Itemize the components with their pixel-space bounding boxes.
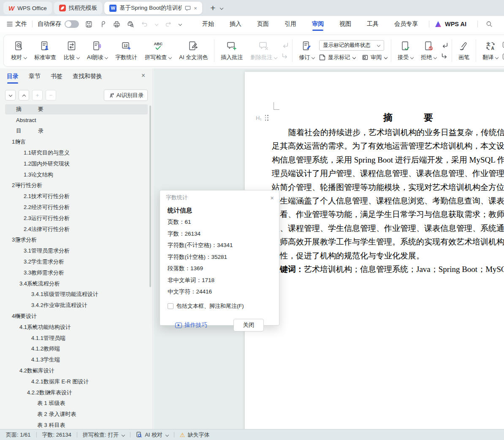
insert-comment-button[interactable]: 插入批注 xyxy=(218,39,246,63)
show-markup-button[interactable]: 显示标记 xyxy=(319,54,356,61)
new-tab-icon[interactable]: + xyxy=(210,4,215,12)
toc-item[interactable]: 4.2.1数据库 E-R 图设计 xyxy=(0,376,153,387)
toc-item[interactable]: 3.1管理员需求分析 xyxy=(0,245,153,256)
toc-item[interactable]: 4概要设计 xyxy=(0,311,153,322)
file-menu[interactable]: 文件 xyxy=(7,20,27,28)
tab-list-chevron-icon[interactable] xyxy=(219,6,223,10)
toc-item[interactable]: 4.1系统功能结构设计 xyxy=(0,322,153,333)
export-pdf-icon[interactable] xyxy=(99,20,107,28)
close-dialog-button[interactable]: 关闭 xyxy=(233,319,264,331)
toc-item[interactable]: 3.4.1班级管理功能流程设计 xyxy=(0,289,153,300)
close-sidebar-icon[interactable]: × xyxy=(141,72,145,79)
tab-docer-templates[interactable]: 找稻壳模板 xyxy=(54,2,103,14)
proofread-button[interactable]: 校对 xyxy=(8,39,30,63)
previous-change-icon[interactable] xyxy=(441,42,448,49)
tips-link[interactable]: 操作技巧 xyxy=(175,321,207,329)
sidebar-tab-chapters[interactable]: 章节 xyxy=(29,73,41,83)
collapse-heading-button[interactable] xyxy=(5,90,16,100)
toc-item[interactable]: 4.1.2教师端 xyxy=(0,344,153,355)
menu-tab[interactable]: 工具 xyxy=(366,16,379,32)
toc-item[interactable]: 4.1.3学生端 xyxy=(0,354,153,365)
toc-item[interactable]: 1.1研究目的与意义 xyxy=(0,147,153,158)
toc-item[interactable]: 1.3论文结构 xyxy=(0,169,153,180)
reject-changes-button[interactable]: 拒绝 xyxy=(418,39,439,63)
heading-level-marker[interactable]: H₁ xyxy=(256,115,269,121)
sidebar-tab-bookmarks[interactable]: 书签 xyxy=(51,73,62,83)
save-icon[interactable] xyxy=(85,20,93,28)
toc-item[interactable]: 4.1.1管理员端 xyxy=(0,333,153,344)
autosave-toggle[interactable] xyxy=(65,20,79,28)
toc-item[interactable]: 2.2经济可行性分析 xyxy=(0,202,153,213)
wps-ai-button[interactable]: WPS AI xyxy=(434,21,466,27)
toc-item[interactable]: 4.2.2数据库表设计 xyxy=(0,387,153,398)
toc-item[interactable]: 表 3 科目表 xyxy=(0,420,153,429)
sidebar-tab-contents[interactable]: 目录 xyxy=(7,73,19,83)
spell-check-status[interactable]: 拼写检查: 打开 xyxy=(83,431,125,439)
checkbox-icon[interactable] xyxy=(168,303,173,309)
comment-bubble-icon[interactable] xyxy=(185,5,191,11)
ai-recognize-toc-button[interactable]: AI识别目录 xyxy=(104,90,148,101)
quick-access-chevron-icon[interactable] xyxy=(178,22,182,26)
expand-heading-button[interactable] xyxy=(19,90,29,100)
toc-item[interactable]: 1前言 xyxy=(0,136,153,147)
menu-tab[interactable]: 会员专享 xyxy=(393,16,419,32)
drag-handle-icon[interactable] xyxy=(265,115,269,121)
search-icon[interactable] xyxy=(485,20,493,28)
close-dialog-icon[interactable]: × xyxy=(270,194,274,201)
markup-state-dropdown[interactable]: 显示标记的最终状态 xyxy=(319,40,384,51)
translate-button[interactable]: 文A 翻译 xyxy=(480,39,501,63)
toc-item[interactable]: 1.2国内外研究现状 xyxy=(0,158,153,169)
page-indicator[interactable]: 页面: 1/61 xyxy=(6,431,31,439)
dialog-header[interactable]: 字数统计 × xyxy=(160,190,279,205)
toc-item[interactable]: 表 1 班级表 xyxy=(0,398,153,409)
tab-document-active[interactable]: W 基于Spring Boot的培训机构 × xyxy=(104,2,202,14)
toc-item[interactable]: 目 录 xyxy=(0,126,153,137)
toc-item[interactable]: Abstract xyxy=(0,115,153,126)
chevron-down-icon xyxy=(104,56,108,59)
toc-item[interactable]: 2.4法律可行性分析 xyxy=(0,224,153,235)
ai-polish-button[interactable]: AI 全文润色 xyxy=(176,39,211,63)
compare-button[interactable]: 比较 xyxy=(61,39,82,63)
menu-tab[interactable]: 开始 xyxy=(201,16,215,32)
close-tab-icon[interactable]: × xyxy=(194,5,197,11)
next-change-icon[interactable] xyxy=(441,52,448,60)
menu-tab[interactable]: 插入 xyxy=(229,16,242,32)
toc-item[interactable]: 表 2 录入课时表 xyxy=(0,409,153,420)
missing-font-warning[interactable]: ⚠ 缺失字体 xyxy=(180,431,210,439)
print-icon[interactable] xyxy=(113,20,121,28)
document-title[interactable]: 摘 要 xyxy=(272,111,504,124)
svg-text:文: 文 xyxy=(486,42,490,46)
toc-item[interactable]: 3.3教师需求分析 xyxy=(0,267,153,278)
toc-item[interactable]: 3需求分析 xyxy=(0,235,153,246)
menu-tab[interactable]: 审阅 xyxy=(311,16,325,32)
toc-item[interactable]: 2.3运行可行性分析 xyxy=(0,213,153,224)
standard-review-button[interactable]: 标准审查 xyxy=(31,39,59,63)
ai-read-aloud-button[interactable]: AI朗读 xyxy=(84,39,111,63)
menu-tab[interactable]: 页面 xyxy=(256,16,270,32)
include-footnotes-option[interactable]: 包括文本框、脚注和尾注(F) xyxy=(168,302,271,310)
sidebar-scrollbar[interactable] xyxy=(149,106,151,287)
accept-changes-button[interactable]: 接受 xyxy=(395,39,416,63)
print-preview-icon[interactable] xyxy=(127,20,135,28)
toc-item[interactable]: 2可行性分析 xyxy=(0,180,153,191)
menu-tab[interactable]: 视图 xyxy=(339,16,352,32)
tab-wps-office[interactable]: W WPS Office xyxy=(3,2,52,14)
word-count-button[interactable]: 12 字数统计 xyxy=(112,39,140,63)
word-count-indicator[interactable]: 字数: 26134 xyxy=(42,431,71,439)
divider xyxy=(174,432,174,437)
toc-item[interactable]: 3.2学生需求分析 xyxy=(0,256,153,267)
document-page[interactable]: H₁ 摘 要 随着社会的持续进步，艺术培训机构的业务日益复杂，传统信息管理方式难… xyxy=(245,72,504,429)
document-body[interactable]: 随着社会的持续进步，艺术培训机构的业务日益复杂，传统信息管理方式难以满足其高效运… xyxy=(272,126,504,276)
ink-brush-button[interactable]: 画笔 xyxy=(455,39,472,63)
toc-item[interactable]: 3.4系统流程分析 xyxy=(0,278,153,289)
track-changes-button[interactable]: 修订 xyxy=(296,39,317,63)
review-pane-button[interactable]: 审阅 xyxy=(362,54,387,61)
toc-item[interactable]: 摘 要 xyxy=(0,104,153,115)
spell-check-button[interactable]: ABC 拼写检查 xyxy=(142,39,174,63)
toc-item[interactable]: 3.4.2作业审批流程设计 xyxy=(0,300,153,311)
menu-tab[interactable]: 引用 xyxy=(284,16,297,32)
toc-item[interactable]: 4.2数据库设计 xyxy=(0,365,153,376)
sidebar-tab-find-replace[interactable]: 查找和替换 xyxy=(73,73,102,83)
toc-item[interactable]: 2.1技术可行性分析 xyxy=(0,191,153,202)
ai-proofread-button[interactable]: AI 校对 xyxy=(136,431,168,439)
